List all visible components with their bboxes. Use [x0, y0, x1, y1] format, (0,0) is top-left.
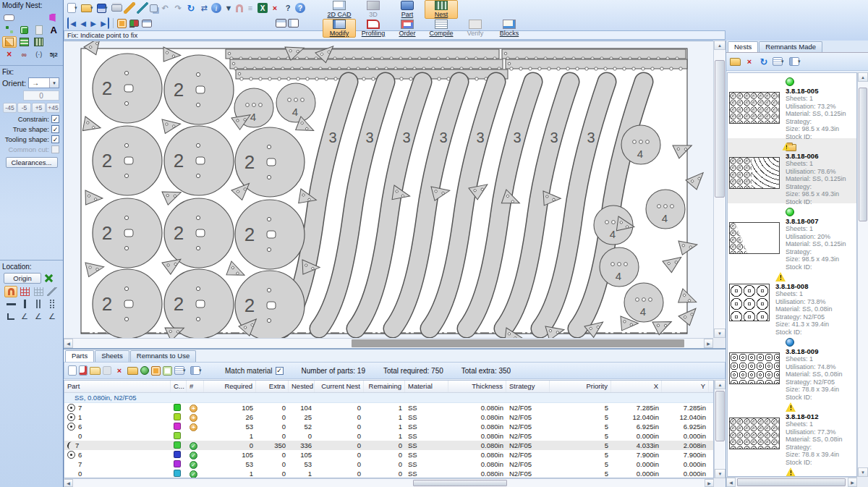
align-icon[interactable]: ≡ [244, 2, 256, 14]
column-header[interactable]: Material [405, 381, 448, 392]
copy-part-icon[interactable] [103, 366, 111, 375]
edit-part-icon[interactable] [163, 366, 172, 376]
tab-nest[interactable]: Nest [425, 0, 458, 19]
import-part-icon[interactable] [90, 367, 101, 375]
scroll-right-icon[interactable]: ▶ [848, 478, 857, 487]
dropdown-caret-icon[interactable]: ▾ [798, 59, 803, 64]
tab-blocks[interactable]: Blocks [493, 19, 526, 38]
tab-2d-cad[interactable]: 2D CAD [323, 0, 356, 19]
column-header[interactable]: Priority [550, 381, 611, 392]
tooling-shape-checkbox[interactable]: ✓ [51, 135, 59, 143]
nests-hscroll-thumb[interactable] [737, 478, 846, 486]
scroll-down-icon[interactable]: ▼ [858, 467, 868, 477]
nested-part-filler[interactable] [686, 170, 709, 192]
canvas-horizontal-scrollbar[interactable]: ◀ ▶ [64, 338, 713, 348]
column-header[interactable]: # [187, 381, 204, 392]
nested-part-disc[interactable]: 2 [164, 126, 234, 195]
column-header[interactable]: Part [64, 381, 171, 392]
layout-horizontal-icon[interactable] [276, 19, 286, 27]
grid-gray-icon[interactable] [32, 286, 45, 297]
scroll-left-icon[interactable]: ◀ [64, 339, 73, 348]
excel-export-icon[interactable]: X [258, 3, 268, 13]
refresh-nest-icon[interactable]: ↻ [758, 56, 770, 67]
angle-snap-2-icon[interactable]: ∠ [32, 310, 45, 322]
delete-nest-icon[interactable]: × [744, 56, 755, 67]
snap-origin-icon[interactable] [4, 286, 17, 297]
nest-thumbnail[interactable] [729, 418, 780, 449]
nest-card[interactable]: 3.8.18-005Sheets: 1Utilisation: 73.2%Mat… [728, 73, 856, 138]
tab-compile[interactable]: Compile [425, 19, 458, 38]
flag-icon[interactable] [129, 20, 139, 27]
copy-nest-icon[interactable] [150, 4, 158, 12]
dropdown-caret-icon[interactable]: ▾ [183, 368, 188, 373]
dropdown-caret-icon[interactable]: ▾ [75, 5, 80, 11]
nest-thumbnail[interactable] [729, 222, 780, 254]
scroll-left-icon[interactable]: ◀ [726, 478, 736, 487]
paste-part-icon[interactable] [32, 24, 46, 35]
column-header[interactable]: Nested [289, 381, 315, 392]
nested-part-bar[interactable] [502, 49, 686, 60]
dropdown-caret-icon[interactable]: ▾ [781, 59, 786, 64]
nest-thumbnail[interactable] [729, 352, 780, 384]
measure-diagonal-icon[interactable] [46, 286, 59, 297]
pointer-help-icon[interactable]: ? [282, 2, 294, 14]
tab-part[interactable]: Part [391, 0, 424, 19]
table-horizontal-scrollbar[interactable]: ◀ ▶ [64, 478, 714, 487]
clearances-button[interactable]: Clearances... [6, 157, 58, 168]
common-cut-checkbox[interactable] [51, 145, 59, 153]
nested-part-disc[interactable]: 2 [93, 198, 162, 268]
nest-card[interactable]: 3.8.18-007Sheets: 1Utilisation: 20%Mater… [728, 203, 856, 268]
nest-card[interactable]: 3.8.18-006Sheets: 1Utilisation: 78.6%Mat… [728, 138, 856, 203]
scroll-right-icon[interactable]: ▶ [704, 339, 713, 348]
column-header[interactable]: C... [171, 381, 187, 392]
five-two-icon[interactable]: 5|2 [47, 48, 61, 60]
nest-new-icon[interactable] [2, 12, 17, 23]
line-dashed-1-icon[interactable] [32, 298, 45, 310]
table-row[interactable]: 7✓035033600SS0.080inN2/F0554.033in2.008i… [64, 441, 713, 450]
next-nest-icon[interactable]: ▶ [89, 17, 98, 29]
nested-part-small-disc[interactable]: 4 [600, 247, 639, 287]
table-row[interactable]: 0✓10100SS0.080inN2/F0550.000in0.000in [64, 469, 713, 478]
rotate-+5-button[interactable]: +5 [32, 103, 46, 113]
delete-part-icon[interactable]: × [114, 365, 125, 376]
table-row[interactable]: 6+5305201SS0.080inN2/F0556.925in6.925in [64, 422, 713, 431]
nests-vscroll-thumb[interactable] [859, 88, 867, 221]
move-icon[interactable]: ⇄ [198, 2, 210, 14]
table-vscroll-thumb[interactable] [715, 391, 725, 441]
table-vertical-scrollbar[interactable]: ▲ ▼ [714, 380, 726, 478]
table-row[interactable]: 010001SS0.080inN2/F0550.000in0.000in [64, 431, 713, 441]
dropdown-caret-icon[interactable]: ▾ [90, 5, 95, 11]
constrain-checkbox[interactable]: ✓ [51, 115, 59, 123]
scroll-left-icon[interactable]: ◀ [64, 479, 73, 487]
text-tool-icon[interactable]: A [47, 24, 61, 35]
last-nest-icon[interactable]: ▶ [99, 17, 109, 29]
measure-pen-icon[interactable] [137, 2, 148, 14]
canvas-hscroll-thumb[interactable] [352, 339, 684, 347]
line-vertical-icon[interactable] [18, 298, 31, 310]
new-part-icon[interactable] [68, 365, 77, 376]
table-row[interactable]: 1+2602501SS0.080inN2/F05512.040in12.040i… [64, 412, 713, 422]
column-header[interactable]: Strategy [506, 381, 550, 392]
nested-part-bar[interactable] [506, 59, 687, 70]
block-nest-icon[interactable] [32, 36, 46, 48]
nest-canvas-area[interactable]: 33333333222222222224444444 [64, 41, 713, 338]
nest-card[interactable]: 3.8.18-009Sheets: 1Utilisation: 74.8%Mat… [728, 334, 856, 399]
rotate-part-icon[interactable]: (·) [32, 48, 46, 60]
dropdown-caret-icon[interactable]: ▾ [199, 368, 204, 373]
run-part-icon[interactable] [79, 365, 88, 376]
pin-part-icon[interactable] [140, 366, 149, 375]
canvas-vscroll-thumb[interactable] [715, 60, 725, 198]
tab-profiling[interactable]: Profiling [357, 19, 390, 38]
nest-thumbnail[interactable] [729, 284, 770, 321]
material-group-row[interactable]: SS, 0.080in, N2/F05 [64, 393, 713, 403]
tab-modify[interactable]: Modify [323, 19, 356, 38]
refresh-icon[interactable]: ↻ [185, 2, 197, 14]
column-header[interactable]: Current Nest [315, 381, 364, 392]
info-icon[interactable]: i [211, 3, 221, 13]
undo-icon[interactable]: ↶ [159, 2, 171, 14]
nest-thumbnail[interactable] [729, 92, 780, 124]
rotate--45-button[interactable]: -45 [3, 103, 17, 113]
scroll-up-icon[interactable]: ▲ [715, 380, 726, 389]
exit-nest-icon[interactable] [47, 12, 61, 23]
select-parts-icon[interactable] [2, 24, 17, 35]
